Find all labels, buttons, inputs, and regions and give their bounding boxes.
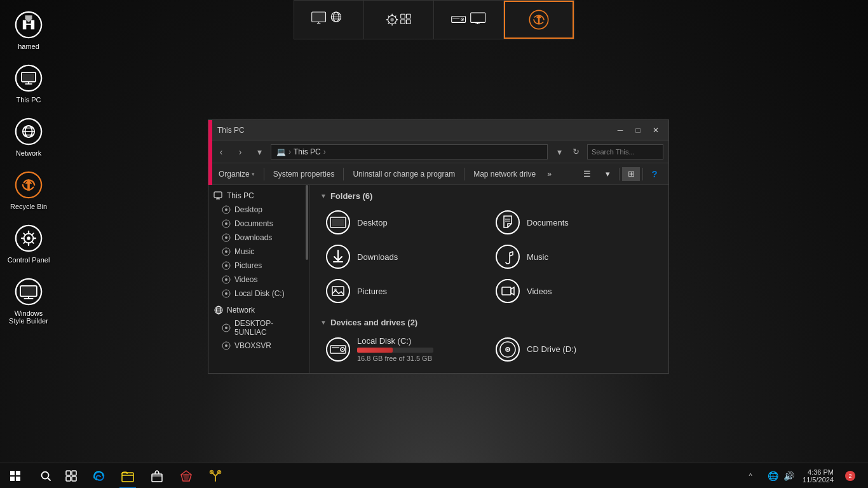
music-folder-icon: [495, 244, 520, 269]
view-details-button[interactable]: ☰: [578, 167, 596, 181]
folder-item-videos[interactable]: Videos: [490, 274, 658, 308]
volume-sys-icon[interactable]: 🔊: [782, 471, 796, 481]
notification-badge: 2: [845, 471, 855, 481]
cd-drive-d-label: CD Drive (D:): [527, 344, 576, 354]
drives-section-header: ▼ Devices and drives (2): [320, 318, 658, 327]
sidebar-item-vboxsvr[interactable]: VBOXSVR: [208, 339, 309, 353]
drive-item-d[interactable]: CD Drive (D:): [490, 332, 658, 366]
sidebar-item-downloads[interactable]: Downloads: [208, 231, 309, 245]
search-box[interactable]: Search This...: [587, 144, 663, 159]
folder-item-documents[interactable]: Documents: [490, 206, 658, 239]
taskbar-clock[interactable]: 4:36 PM 11/5/2024: [799, 468, 837, 484]
toolbar: Organize ▾ System properties Uninstall o…: [208, 163, 668, 185]
documents-folder-label: Documents: [527, 218, 569, 227]
sidebar-item-documents[interactable]: Documents: [208, 217, 309, 231]
window-controls: ─ □ ✕: [613, 124, 663, 137]
dropdown-button[interactable]: ▾: [252, 144, 267, 159]
desktop-icon-recycle-bin[interactable]: Recycle Bin: [3, 166, 54, 214]
sidebar-item-desktop-5unliac[interactable]: DESKTOP-5UNLIAC: [208, 317, 309, 339]
maximize-button[interactable]: □: [630, 124, 646, 137]
svg-point-35: [225, 236, 227, 239]
uninstall-button[interactable]: Uninstall or change a program: [348, 168, 460, 180]
more-button[interactable]: »: [542, 168, 557, 180]
help-button[interactable]: ?: [646, 167, 663, 181]
desktop-icon-hamed[interactable]: hamed: [3, 6, 54, 53]
close-button[interactable]: ✕: [648, 124, 663, 137]
svg-point-58: [327, 280, 349, 302]
folder-item-desktop[interactable]: Desktop: [320, 206, 489, 239]
drives-toggle-icon[interactable]: ▼: [320, 319, 327, 326]
taskbar-task-view-button[interactable]: [58, 463, 84, 489]
taskbar-scissors-app[interactable]: [201, 463, 230, 489]
taskbar-jewel-app[interactable]: [172, 463, 201, 489]
view-chevron[interactable]: ▾: [599, 167, 616, 181]
notification-button[interactable]: 2: [840, 463, 860, 489]
drive-item-c[interactable]: Local Disk (C:) 16.8 GB free of 31.5 GB: [320, 332, 489, 366]
svg-rect-71: [10, 471, 15, 475]
top-taskbar-item-3[interactable]: [434, 1, 504, 39]
sidebar-item-pictures[interactable]: Pictures: [208, 259, 309, 273]
taskbar-search-button[interactable]: [33, 463, 58, 489]
svg-point-53: [496, 211, 519, 234]
map-network-label: Map network drive: [473, 170, 536, 179]
sidebar-item-music[interactable]: Music: [208, 245, 309, 259]
sidebar: This PC Desktop Documen: [208, 185, 310, 373]
taskbar-store-app[interactable]: [142, 463, 172, 489]
svg-rect-24: [451, 17, 465, 23]
vboxsvr-icon: [221, 341, 231, 351]
back-button[interactable]: ‹: [214, 144, 229, 159]
svg-point-19: [390, 18, 393, 21]
organize-button[interactable]: Organize ▾: [214, 168, 260, 180]
folders-toggle-icon[interactable]: ▼: [320, 193, 327, 200]
sidebar-item-videos[interactable]: Videos: [208, 273, 309, 287]
desktop-icon-control-panel[interactable]: Control Panel: [3, 220, 54, 267]
desktop-icon-this-pc[interactable]: This PC: [3, 60, 54, 107]
documents-folder-icon: [495, 210, 520, 235]
organize-label: Organize: [219, 170, 250, 179]
address-dropdown[interactable]: ▾: [552, 144, 567, 159]
this-pc-icon: [13, 63, 44, 93]
top-taskbar: [294, 0, 574, 39]
folder-item-downloads[interactable]: Downloads: [320, 240, 489, 273]
downloads-folder-label: Downloads: [357, 252, 398, 262]
hamed-icon: [13, 10, 44, 40]
address-path[interactable]: 💻 › This PC ›: [271, 144, 548, 159]
taskbar-explorer-app[interactable]: [113, 463, 142, 489]
top-taskbar-item-4[interactable]: [504, 1, 574, 39]
svg-rect-72: [16, 471, 20, 475]
address-pc-icon: 💻: [276, 147, 286, 156]
desktop-folder-icon: [325, 210, 351, 235]
top-taskbar-item-1[interactable]: [294, 1, 364, 39]
this-pc-label: This PC: [16, 96, 41, 104]
desktop-icon-network[interactable]: Network: [3, 113, 54, 160]
network-sys-icon[interactable]: 🌐: [766, 471, 780, 481]
svg-point-37: [225, 250, 227, 253]
taskbar-edge-app[interactable]: [84, 463, 113, 489]
svg-rect-82: [152, 474, 162, 482]
map-network-button[interactable]: Map network drive: [468, 168, 541, 180]
music-folder-label: Music: [527, 252, 548, 262]
music-sidebar-icon: [221, 247, 231, 257]
start-button[interactable]: [3, 463, 28, 489]
sidebar-item-network[interactable]: Network: [208, 303, 309, 317]
system-properties-button[interactable]: System properties: [268, 168, 340, 180]
view-sep2: [642, 168, 643, 180]
sidebar-item-this-pc[interactable]: This PC: [208, 189, 309, 203]
refresh-button[interactable]: ↻: [568, 144, 583, 159]
folder-item-pictures[interactable]: Pictures: [320, 274, 489, 308]
folder-item-music[interactable]: Music: [490, 240, 658, 273]
show-hidden-icons-button[interactable]: ^: [738, 463, 763, 489]
minimize-button[interactable]: ─: [613, 124, 628, 137]
forward-button[interactable]: ›: [233, 144, 248, 159]
hamed-label: hamed: [18, 43, 39, 50]
sidebar-item-desktop[interactable]: Desktop: [208, 203, 309, 217]
view-tiles-button[interactable]: ⊞: [622, 167, 640, 181]
local-disk-sidebar-icon: [221, 288, 231, 299]
top-taskbar-item-2[interactable]: [364, 1, 434, 39]
desktop-icon-style-builder[interactable]: Windows Style Builder: [3, 273, 54, 328]
taskbar-time: 4:36 PM: [808, 468, 834, 476]
sidebar-item-local-disk[interactable]: Local Disk (C:): [208, 287, 309, 301]
svg-point-39: [225, 264, 227, 267]
documents-sidebar-icon: [221, 219, 231, 229]
desktop-folder-label: Desktop: [357, 218, 388, 227]
